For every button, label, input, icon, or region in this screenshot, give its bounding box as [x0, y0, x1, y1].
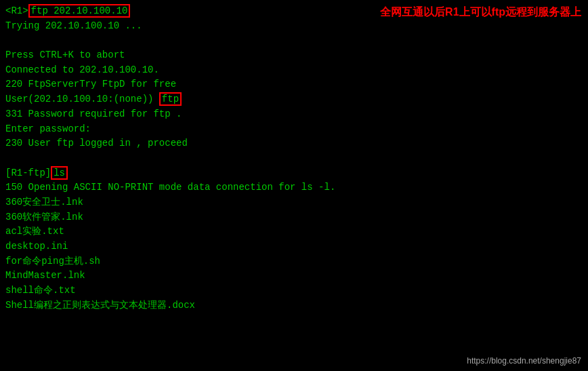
line-blank1	[5, 33, 583, 48]
r1-ftp-prompt: [R1-ftp]	[5, 168, 51, 178]
watermark: https://blog.csdn.net/shengjie87	[467, 356, 581, 366]
highlight-ftp-command: ftp 202.10.100.10	[28, 4, 131, 18]
line-file7: Shell编程之正则表达式与文本处理器.docx	[5, 298, 583, 313]
line-connected: Connected to 202.10.100.10.	[5, 63, 583, 78]
line-ftpserver: 220 FtpServerTry FtpD for free	[5, 77, 583, 92]
line-file2: acl实验.txt	[5, 224, 583, 239]
line-blank2	[5, 151, 583, 166]
line-file4: for命令ping主机.sh	[5, 254, 583, 269]
line-logged-in: 230 User ftp logged in , proceed	[5, 136, 583, 151]
line-port: 150 Opening ASCII NO-PRINT mode data con…	[5, 180, 583, 195]
line-user: User(202.10.100.10:(none)) ftp	[5, 92, 583, 107]
line-press: Press CTRL+K to abort	[5, 48, 583, 63]
line-r1-ftp-ls: [R1-ftp]ls	[5, 166, 583, 181]
highlight-user-ftp: ftp	[159, 92, 182, 106]
line-file1: 360软件管家.lnk	[5, 210, 583, 225]
annotation: 全网互通以后R1上可以ftp远程到服务器上	[380, 5, 581, 20]
line-file6: shell命令.txt	[5, 284, 583, 298]
line-trying: Trying 202.10.100.10 ...	[5, 19, 583, 34]
highlight-ls: ls	[51, 166, 68, 180]
line-opening: 360安全卫士.lnk	[5, 195, 583, 210]
line-password-req: 331 Password required for ftp .	[5, 107, 583, 122]
user-prefix: User(202.10.100.10:(none))	[5, 94, 159, 104]
line-file5: MindMaster.lnk	[5, 269, 583, 284]
line-file3: desktop.ini	[5, 239, 583, 254]
prompt-r1: <R1>	[5, 5, 28, 16]
terminal-window: 全网互通以后R1上可以ftp远程到服务器上 <R1>ftp 202.10.100…	[0, 0, 588, 371]
line-enter-pass: Enter password:	[5, 122, 583, 137]
